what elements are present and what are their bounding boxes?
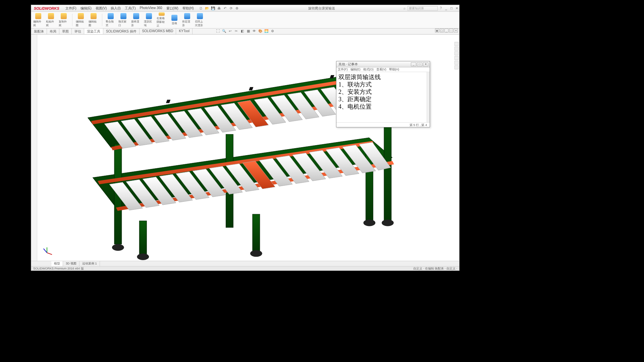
taskpane-custom-props-icon[interactable] <box>454 65 459 69</box>
tab-assembly[interactable]: 装配体 <box>31 28 47 34</box>
notepad-menu-view[interactable]: 查看(V) <box>376 67 386 72</box>
ribbon-paste-appearance[interactable]: 粘贴外观 <box>46 12 56 27</box>
notepad-menu-format[interactable]: 格式(O) <box>363 67 374 72</box>
zoom-area-icon[interactable]: 🔍 <box>222 28 226 33</box>
new-icon[interactable]: 🗋 <box>199 6 203 11</box>
tab-spacer <box>31 263 51 264</box>
close-button[interactable]: ✕ <box>454 6 459 10</box>
notepad-line: 2、安装方式 <box>338 88 428 96</box>
save-icon[interactable]: 💾 <box>211 6 215 11</box>
print-icon[interactable]: 🖶 <box>217 6 221 11</box>
taskpane-file-explorer-icon[interactable] <box>454 51 459 55</box>
previous-view-icon[interactable]: ↩ <box>228 28 232 33</box>
svg-rect-4 <box>253 214 260 251</box>
ribbon-shadow-correct[interactable]: 右窗格阴影校正 <box>157 12 167 27</box>
tab-model[interactable]: 模型 <box>51 261 63 266</box>
rebuild-icon[interactable]: ⟳ <box>229 6 233 11</box>
notepad-titlebar[interactable]: 其他 · 记事本 _ □ ✕ <box>336 61 430 67</box>
svg-point-12 <box>382 220 394 226</box>
menu-insert[interactable]: 插入(I) <box>111 6 120 11</box>
svg-point-11 <box>363 220 375 226</box>
notepad-menu-help[interactable]: 帮助(H) <box>389 67 399 72</box>
ribbon-copy-appearance[interactable]: 复制外观 <box>59 12 69 27</box>
menu-tools[interactable]: 工具(T) <box>125 6 136 11</box>
help-icon[interactable]: ? <box>440 6 442 10</box>
notepad-scrollbar[interactable] <box>426 72 430 122</box>
tab-motion-study[interactable]: 运动算例 1 <box>79 261 100 266</box>
solidworks-window: SOLIDWORKS 文件(F) 编辑(E) 视图(V) 插入(I) 工具(T)… <box>31 5 460 271</box>
ribbon-final-render[interactable]: 最终渲染 <box>131 12 141 27</box>
menu-help[interactable]: 帮助(H) <box>182 6 194 11</box>
options-icon[interactable]: ⚙ <box>235 6 239 11</box>
section-view-icon[interactable]: ✂ <box>234 28 238 33</box>
tab-sw-mbd[interactable]: SOLIDWORKS MBD <box>140 28 176 34</box>
search-input[interactable]: 搜索知识库 <box>408 6 438 11</box>
search-icon: ⌕ <box>404 6 406 10</box>
tab-sketch[interactable]: 草图 <box>59 28 72 34</box>
menu-photoview[interactable]: PhotoView 360 <box>140 6 162 11</box>
notepad-close-button[interactable]: ✕ <box>423 62 428 66</box>
tab-render-tools[interactable]: 渲染工具 <box>84 28 103 34</box>
collapse-icon[interactable]: ▣ <box>435 28 439 33</box>
notepad-maximize-button[interactable]: □ <box>417 62 422 66</box>
open-icon[interactable]: 📂 <box>205 6 209 11</box>
ribbon-toolbar: 编辑外观 粘贴外观 复制外观 编辑贴图 编辑贴图 整合预览 预览窗口 最终渲染 … <box>31 12 459 28</box>
view-settings-icon[interactable]: ⚙ <box>270 28 275 33</box>
maximize-button[interactable]: □ <box>449 6 454 10</box>
minimize-viewport-icon[interactable]: _ <box>444 28 448 33</box>
ribbon-options[interactable]: 选项 <box>169 12 179 27</box>
quick-access-toolbar: 🗋 📂 💾 🖶 ↶ ⟳ ⚙ <box>199 6 239 11</box>
menu-view[interactable]: 视图(V) <box>96 6 107 11</box>
zoom-fit-icon[interactable]: ⛶ <box>216 28 220 33</box>
menu-file[interactable]: 文件(F) <box>65 6 76 11</box>
ribbon-preview-window[interactable]: 预览窗口 <box>118 12 128 27</box>
feature-manager-collapsed[interactable] <box>31 35 37 261</box>
menu-window[interactable]: 窗口(W) <box>166 6 178 11</box>
ribbon-render-region[interactable]: 渲染区域 <box>144 12 154 27</box>
notepad-text-area[interactable]: 双层滚筒输送线 1、联动方式 2、安装方式 3、距离确定 4、电机位置 <box>336 72 430 122</box>
tab-evaluate[interactable]: 评估 <box>72 28 84 34</box>
taskpane-resources-icon[interactable] <box>454 42 459 46</box>
notepad-line: 双层滚筒输送线 <box>338 73 428 81</box>
tab-kytool[interactable]: KYTool <box>176 28 193 34</box>
status-bar: SOLIDWORKS Premium 2016 x64 版 自定义 · 在编辑 … <box>31 266 459 270</box>
orientation-triad[interactable] <box>43 244 53 254</box>
window-title: 旋转爬台滚簧输送 <box>239 6 404 11</box>
taskpane-design-library-icon[interactable] <box>454 47 459 51</box>
ribbon-integrated-preview[interactable]: 整合预览 <box>106 12 116 27</box>
app-logo: SOLIDWORKS <box>31 6 62 10</box>
notepad-menu-edit[interactable]: 编辑(E) <box>351 67 361 72</box>
undo-icon[interactable]: ↶ <box>223 6 227 11</box>
ribbon-edit-appearance[interactable]: 编辑外观 <box>33 12 43 27</box>
view-orientation-icon[interactable]: ◧ <box>240 28 245 33</box>
notepad-window[interactable]: 其他 · 记事本 _ □ ✕ 文件(F) 编辑(E) 格式(O) 查看(V) 帮… <box>336 61 430 127</box>
apply-scene-icon[interactable]: 🌅 <box>264 28 269 33</box>
tab-layout[interactable]: 布局 <box>47 28 59 34</box>
ribbon-edit-decal-2[interactable]: 编辑贴图 <box>89 12 99 27</box>
titlebar: SOLIDWORKS 文件(F) 编辑(E) 视图(V) 插入(I) 工具(T)… <box>31 5 459 12</box>
tab-3dview[interactable]: 3D 视图 <box>63 261 79 266</box>
tab-sw-addins[interactable]: SOLIDWORKS 插件 <box>103 28 140 34</box>
maximize-viewport-icon[interactable]: □ <box>449 28 453 33</box>
minimize-button[interactable]: _ <box>444 6 448 10</box>
expand-icon[interactable]: ▢ <box>440 28 444 33</box>
svg-point-9 <box>137 253 149 260</box>
taskpane-appearances-icon[interactable] <box>454 61 459 65</box>
menu-edit[interactable]: 编辑(E) <box>80 6 92 11</box>
notepad-minimize-button[interactable]: _ <box>411 62 416 66</box>
taskpane-view-palette-icon[interactable] <box>454 56 459 60</box>
ribbon-recall-last[interactable]: 召回上次渲染 <box>195 12 205 27</box>
display-style-icon[interactable]: ▦ <box>246 28 251 33</box>
ribbon-schedule-render[interactable]: 排定渲染 <box>182 12 192 27</box>
status-mode: 自定义 · 在编辑 装配体 · 自定义 · <box>413 266 457 271</box>
close-viewport-icon[interactable]: ✕ <box>454 28 458 33</box>
status-version: SOLIDWORKS Premium 2016 x64 版 <box>33 266 84 271</box>
ribbon-edit-decal[interactable]: 编辑贴图 <box>76 12 86 27</box>
edit-appearance-icon[interactable]: 🎨 <box>258 28 263 33</box>
window-controls: _ □ ✕ <box>444 6 459 10</box>
notepad-menu: 文件(F) 编辑(E) 格式(O) 查看(V) 帮助(H) <box>336 67 430 72</box>
hide-show-icon[interactable]: 👁 <box>252 28 257 33</box>
notepad-menu-file[interactable]: 文件(F) <box>338 67 348 72</box>
motion-tabs: 模型 3D 视图 运动算例 1 <box>31 261 459 266</box>
task-pane <box>454 41 459 69</box>
